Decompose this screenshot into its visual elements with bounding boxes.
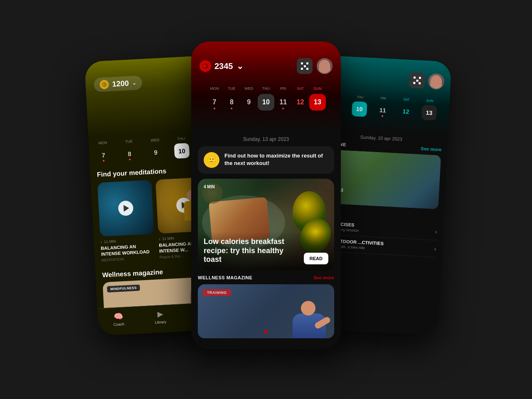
calendar-center: MON TUE WED THU FRI SAT SUN 7 8 9 10 11 … bbox=[200, 82, 332, 115]
c-day-wed: WED bbox=[241, 86, 257, 91]
avatar-person-right bbox=[430, 75, 443, 89]
avatar-center[interactable] bbox=[317, 58, 332, 74]
c-date-7[interactable]: 7 bbox=[206, 94, 223, 111]
see-more-btn[interactable]: See more bbox=[313, 275, 334, 280]
date-label-center: Sunday, 13 apr 2023 bbox=[191, 133, 341, 146]
c-date-9[interactable]: 9 bbox=[241, 94, 257, 111]
day-label-tue: TUE bbox=[121, 139, 136, 144]
chevron-icon-2: › bbox=[434, 245, 436, 252]
c-date-12[interactable]: 12 bbox=[292, 94, 309, 111]
coach-tip-text: Find out how to maximize the result of t… bbox=[224, 152, 328, 167]
med-card-1[interactable]: ♪ 11 MIN BALANCING AN INTENSE WORKLOAD M… bbox=[97, 180, 155, 262]
music-icon-2: ♪ bbox=[158, 237, 160, 241]
c-date-10[interactable]: 10 bbox=[258, 94, 274, 111]
center-top-bar: 2345 ⌄ bbox=[200, 58, 332, 74]
c-day-mon: MON bbox=[206, 86, 223, 91]
coach-emoji: 🙂 bbox=[204, 152, 219, 168]
right-top-bar bbox=[324, 68, 445, 90]
article-duration: 4 MIN bbox=[204, 185, 215, 189]
wellness-mag-header: WELLNESS MAGAZINE See more bbox=[198, 275, 334, 280]
r-day-fri: FRI bbox=[376, 96, 391, 101]
nav-coach[interactable]: 🧠 Coach bbox=[113, 312, 124, 327]
play-btn-1[interactable] bbox=[118, 200, 134, 216]
score-value-left: 1200 bbox=[112, 79, 129, 89]
music-icon-1: ♪ bbox=[100, 240, 102, 244]
cal-days-center: MON TUE WED THU FRI SAT SUN bbox=[206, 86, 326, 91]
qr-icon-right bbox=[413, 76, 421, 84]
cal-date-9[interactable]: 9 bbox=[148, 144, 164, 160]
day-label-thu: THU bbox=[174, 136, 189, 141]
wellness-mag-title: WELLNESS MAGAZINE bbox=[198, 275, 252, 280]
qr-button-center[interactable] bbox=[297, 58, 313, 74]
chevron-icon-1: › bbox=[435, 228, 438, 235]
score-value-center: 2345 bbox=[214, 62, 233, 71]
top-bar-right bbox=[297, 58, 332, 74]
article-title: Low calories breakfast recipe: try this … bbox=[204, 237, 287, 264]
c-day-fri: FRI bbox=[275, 86, 291, 91]
c-day-sun: SUN bbox=[309, 86, 326, 91]
day-label-mon: MON bbox=[95, 140, 110, 145]
r-day-thu: THU bbox=[352, 95, 367, 99]
r-date-11[interactable]: 11 bbox=[375, 102, 391, 118]
article-card[interactable]: 4 MIN Low calories breakfast recipe: try… bbox=[198, 179, 334, 270]
c-date-8[interactable]: 8 bbox=[223, 94, 240, 111]
nav-library[interactable]: ▶ Library bbox=[154, 309, 166, 324]
avatar-right[interactable] bbox=[428, 73, 445, 90]
wellness-preview-card[interactable]: TRAINING bbox=[198, 284, 334, 338]
library-icon: ▶ bbox=[157, 310, 163, 319]
cal-date-7[interactable]: 7 bbox=[96, 147, 111, 163]
head-shape bbox=[301, 301, 315, 315]
med-thumb-1 bbox=[97, 180, 154, 237]
score-icon-red bbox=[200, 60, 211, 72]
c-date-13[interactable]: 13 bbox=[309, 94, 326, 111]
r-day-sun: SUN bbox=[422, 99, 437, 103]
score-badge-center[interactable]: 2345 ⌄ bbox=[200, 60, 244, 72]
play-icon-1 bbox=[123, 205, 129, 212]
article-overlay: Low calories breakfast recipe: try this … bbox=[198, 232, 334, 270]
score-badge-left[interactable]: 1200 ⌄ bbox=[94, 76, 143, 92]
coach-icon: 🧠 bbox=[113, 312, 123, 321]
cal-dates-right: 9 10 11 12 13 bbox=[328, 100, 437, 121]
score-icon-left bbox=[99, 80, 109, 89]
c-day-tue: TUE bbox=[223, 86, 240, 91]
r-date-13[interactable]: 13 bbox=[421, 105, 437, 121]
c-date-11[interactable]: 11 bbox=[275, 94, 291, 111]
r-day-sat: SAT bbox=[399, 97, 414, 102]
cal-date-8[interactable]: 8 bbox=[122, 146, 138, 162]
r-date-10[interactable]: 10 bbox=[352, 101, 367, 117]
center-header: 2345 ⌄ bbox=[191, 42, 341, 133]
red-dot-indicator bbox=[264, 330, 268, 333]
cal-dates-center: 7 8 9 10 11 12 13 bbox=[206, 94, 326, 111]
chevron-icon-left: ⌄ bbox=[132, 80, 136, 86]
mag-see-more[interactable]: See more bbox=[421, 146, 441, 152]
nav-library-label: Library bbox=[155, 320, 166, 324]
c-day-thu: THU bbox=[258, 86, 274, 91]
chevron-center: ⌄ bbox=[236, 61, 244, 71]
coach-tip-card[interactable]: 🙂 Find out how to maximize the result of… bbox=[198, 146, 334, 174]
read-button[interactable]: READ bbox=[304, 253, 328, 264]
r-date-12[interactable]: 12 bbox=[398, 103, 414, 119]
avatar-person-center bbox=[319, 60, 330, 73]
nav-coach-label: Coach bbox=[113, 322, 125, 327]
wellness-magazine-section: WELLNESS MAGAZINE See more TRAINING bbox=[191, 275, 341, 342]
mindfulness-badge: MINDFULNESS bbox=[107, 284, 140, 292]
center-phone: 2345 ⌄ bbox=[191, 42, 341, 349]
cal-date-10[interactable]: 10 bbox=[174, 143, 190, 159]
c-day-sat: SAT bbox=[292, 86, 309, 91]
svg-point-3 bbox=[203, 65, 206, 67]
day-label-wed: WED bbox=[148, 138, 163, 143]
qr-button-right[interactable] bbox=[409, 72, 426, 89]
med-title-1: BALANCING AN INTENSE WORKLOAD bbox=[101, 243, 155, 257]
qr-icon-center bbox=[301, 62, 308, 70]
